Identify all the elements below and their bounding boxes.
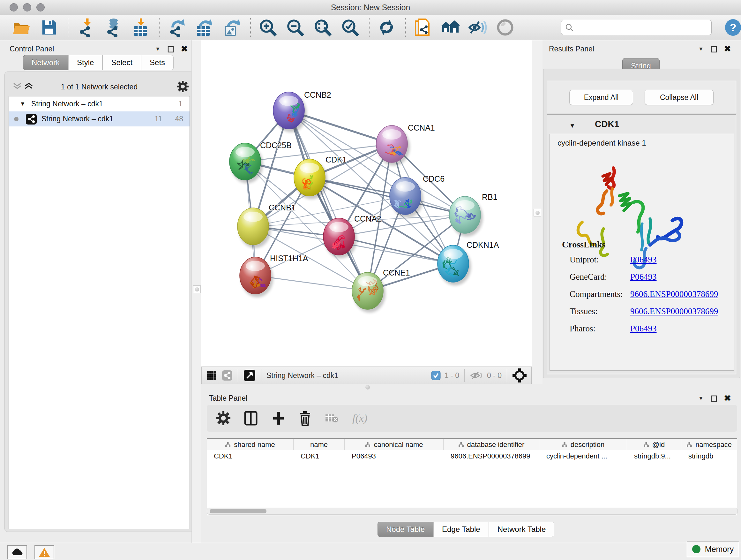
left-splitter-handle[interactable] [193,286,201,293]
open-session-button[interactable] [11,17,31,37]
crosslink-value-link[interactable]: 9606.ENSP00000378699 [630,307,718,316]
table-cell[interactable]: CDK1 [293,450,345,462]
save-session-button[interactable] [39,17,59,37]
panel-menu-icon[interactable]: ▼ [155,46,160,52]
export-image-button[interactable] [221,17,241,37]
warning-button[interactable] [35,545,54,559]
show-hide-graphics-button[interactable] [468,17,488,37]
table-cell[interactable]: stringdb:9... [627,450,681,462]
zoom-selected-button[interactable] [340,17,360,37]
float-panel-icon[interactable] [711,395,717,402]
crosslink-value-link[interactable]: P06493 [630,272,657,282]
node-hist1h1a[interactable]: HIST1H1A [240,254,308,297]
search-box[interactable] [561,20,712,35]
node-ccna1[interactable]: CCNA1 [376,123,435,166]
table-cell[interactable]: CDK1 [207,450,293,462]
float-panel-icon[interactable] [167,46,174,53]
table-cell[interactable]: 9606.ENSP00000378699 [444,450,539,462]
node-cdk1[interactable]: CDK1 [294,155,347,199]
tab-network-table[interactable]: Network Table [489,522,555,537]
hidden-eye-icon[interactable] [470,370,484,381]
node-cdkn1a[interactable]: CDKN1A [437,240,499,286]
right-splitter[interactable] [532,40,543,384]
table-row[interactable]: CDK1CDK1P064939606.ENSP00000378699cyclin… [207,450,737,462]
trash-icon [299,411,312,426]
column-header--id[interactable]: @id [627,439,681,451]
export-network-button[interactable] [166,17,186,37]
import-network-file-button[interactable] [75,17,95,37]
tab-edge-table[interactable]: Edge Table [433,522,489,537]
panel-menu-icon[interactable]: ▼ [698,46,704,52]
float-panel-icon[interactable] [711,46,717,53]
table-settings-button[interactable] [216,411,230,425]
table-cell[interactable]: cyclin-dependent ... [539,450,627,462]
network-view-toolbar: String Network – cdk1 1 - 0 0 - 0 [202,367,532,384]
network-options-gear-icon[interactable] [177,81,189,94]
close-panel-icon[interactable]: ✖ [724,44,731,54]
string-badge-icon[interactable] [222,370,232,381]
tab-node-table[interactable]: Node Table [378,522,433,537]
crosslink-value-link[interactable]: P06493 [630,255,657,265]
node-rb1[interactable]: RB1 [449,192,497,237]
horizontal-splitter[interactable] [201,384,741,390]
table-cell[interactable]: P06493 [345,450,444,462]
close-panel-icon[interactable]: ✖ [724,393,731,403]
inspector-sphere-button[interactable] [495,17,515,37]
export-table-button[interactable] [194,17,214,37]
collection-expand-icon[interactable]: ▼ [20,101,25,107]
network-view-canvas[interactable]: CCNB2CCNA1CDC25BCDK1CDC6RB1CCNB1CCNA2CDK… [201,40,532,367]
cloud-button[interactable] [7,545,27,559]
search-input[interactable] [577,23,711,32]
collapse-all-button[interactable]: Collapse All [645,90,714,105]
grid-mode-icon[interactable] [206,370,217,381]
node-ccnb1[interactable]: CCNB1 [238,203,296,248]
string-protein-query-button[interactable] [441,17,460,37]
column-header-namespace[interactable]: namespace [681,439,737,451]
column-header-database-identifier[interactable]: database identifier [444,439,539,451]
column-header-canonical-name[interactable]: canonical name [345,439,444,451]
tab-style[interactable]: Style [68,55,103,70]
add-column-button[interactable] [271,411,285,426]
show-columns-button[interactable] [244,411,258,426]
table-hscrollbar[interactable] [207,508,738,515]
node-cdc6[interactable]: CDC6 [390,174,445,218]
tab-network[interactable]: Network [23,55,68,70]
node-ccne1[interactable]: CCNE1 [352,268,410,313]
horizontal-splitter-handle[interactable] [365,385,370,389]
import-table-file-button[interactable] [130,17,150,37]
close-panel-icon[interactable]: ✖ [181,44,188,54]
delete-column-button[interactable] [299,411,312,426]
node-ccnb2[interactable]: CCNB2 [273,90,331,132]
node-cdc25b[interactable]: CDC25B [229,141,292,183]
open-in-window-icon[interactable] [243,369,256,382]
selected-checkbox-icon[interactable] [431,371,441,380]
table-cell[interactable]: stringdb [681,450,737,462]
network-collection-row[interactable]: ▼ String Network – cdk1 1 [9,97,190,111]
birdseye-view-icon[interactable] [512,368,527,383]
help-button[interactable]: ? [725,19,741,36]
edge-ccnb2-ccne1[interactable] [289,111,367,291]
import-network-database-button[interactable] [103,17,123,37]
crosslink-value-link[interactable]: P06493 [630,324,657,334]
zoom-fit-button[interactable] [313,17,333,37]
table-hscrollbar-thumb[interactable] [210,509,266,513]
tab-sets[interactable]: Sets [141,55,174,70]
node-label: CCNB2 [304,90,331,99]
expand-all-button[interactable]: Expand All [569,90,633,105]
column-header-name[interactable]: name [293,439,345,451]
memory-button[interactable]: Memory [687,541,739,557]
left-splitter[interactable] [192,40,202,543]
import-db-icon [104,18,122,37]
column-header-description[interactable]: description [539,439,627,451]
zoom-in-button[interactable] [258,17,278,37]
crosslink-value-link[interactable]: 9606.ENSP00000378699 [630,289,718,299]
network-row-selected[interactable]: String Network – cdk1 11 48 [9,111,190,126]
column-header-shared-name[interactable]: shared name [207,439,293,451]
gene-collapse-icon[interactable]: ▼ [569,122,576,129]
panel-menu-icon[interactable]: ▼ [698,395,704,401]
zoom-out-button[interactable] [285,17,305,37]
tab-select[interactable]: Select [103,55,141,70]
right-splitter-handle[interactable] [534,209,541,216]
apply-preferred-layout-button[interactable] [377,17,396,37]
clone-network-button[interactable] [413,17,433,37]
